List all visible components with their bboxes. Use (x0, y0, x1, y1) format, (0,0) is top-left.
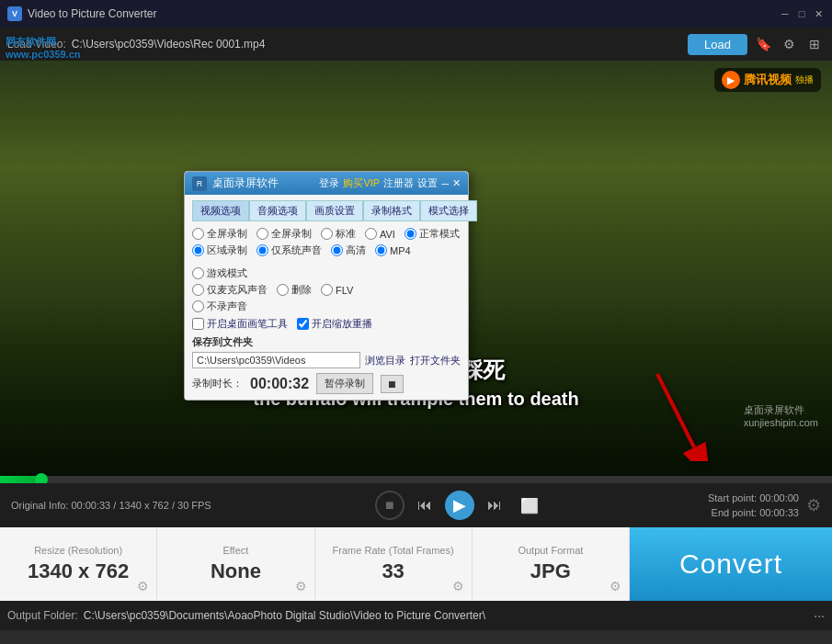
save-section: 保存到文件夹 浏览目录 打开文件夹 (192, 335, 461, 368)
time-info: Start point: 00:00:00 End point: 00:00:3… (708, 491, 799, 521)
load-button[interactable]: Load (688, 34, 747, 55)
save-folder-label: 保存到文件夹 (192, 335, 461, 349)
popup-register[interactable]: 注册器 (383, 176, 414, 190)
outputformat-label: Output Format (518, 545, 583, 556)
save-row: 浏览目录 打开文件夹 (192, 352, 461, 368)
effect-gear-icon[interactable]: ⚙ (295, 579, 307, 593)
radio-mic[interactable]: 仅麦克风声音 (192, 283, 268, 297)
settings-icon[interactable]: ⚙ (806, 495, 821, 515)
play-button[interactable]: ▶ (445, 491, 474, 520)
popup-close[interactable]: ✕ (452, 177, 461, 189)
outputformat-gear-icon[interactable]: ⚙ (610, 579, 621, 593)
radio-row-1: 全屏录制 全屏录制 标准 AVI 正常模式 (192, 227, 461, 241)
radio-fullscreen[interactable]: 全屏录制 (192, 227, 247, 241)
time-label: 录制时长： (192, 377, 243, 390)
effect-label: Effect (222, 545, 248, 556)
watermark-br: 桌面录屏软件 xunjieshipin.com (744, 403, 818, 428)
outputformat-section: Output Format JPG ⚙ (473, 527, 630, 601)
load-bar: Load Video: C:\Users\pc0359\Videos\Rec 0… (0, 28, 832, 61)
resize-label: Resize (Resolution) (34, 545, 122, 556)
output-bar: Output Folder: C:\Users\pc0359\Documents… (0, 601, 832, 630)
open-folder-link[interactable]: 打开文件夹 (410, 354, 461, 367)
next-button[interactable]: ⏭ (480, 491, 509, 520)
radio-standard[interactable]: 标准 (321, 227, 356, 241)
maximize-button[interactable]: □ (795, 7, 808, 20)
start-point: Start point: 00:00:00 (708, 491, 799, 506)
popup-body: 视频选项 音频选项 画质设置 录制格式 模式选择 全屏录制 全屏录制 标准 AV (185, 195, 468, 400)
orig-info: Original Info: 00:00:33 / 1340 x 762 / 3… (11, 500, 211, 511)
tencent-icon: ▶ (722, 71, 740, 89)
minimize-button[interactable]: ─ (779, 7, 792, 20)
svg-line-1 (657, 374, 694, 447)
stop-button[interactable]: ■ (375, 491, 405, 520)
tab-quality[interactable]: 画质设置 (306, 200, 363, 221)
checkbox-row: 开启桌面画笔工具 开启缩放重播 (192, 317, 461, 331)
tab-format[interactable]: 录制格式 (363, 200, 420, 221)
radio-mp4[interactable]: MP4 (375, 243, 411, 257)
window-controls: ─ □ ✕ (779, 7, 825, 20)
screenshot-button[interactable]: ⬜ (515, 491, 544, 520)
seek-bar-handle[interactable] (35, 473, 48, 483)
video-area: ▶ 腾讯视频 独播 R 桌面录屏软件 登录 购买VIP 注册器 设置 ─ ✕ 视… (0, 61, 832, 483)
popup-title-bar: R 桌面录屏软件 登录 购买VIP 注册器 设置 ─ ✕ (185, 172, 468, 195)
resize-gear-icon[interactable]: ⚙ (137, 579, 149, 593)
app-title: Video to Picture Converter (28, 7, 157, 20)
popup-app-icon: R (192, 176, 207, 191)
popup-vip[interactable]: 购买VIP (343, 176, 380, 190)
pause-button[interactable]: 暂停录制 (316, 373, 373, 394)
stop-record-button[interactable]: ⏹ (381, 375, 404, 393)
tencent-sub: 独播 (795, 73, 814, 86)
ctrl-btns: ■ ⏮ ▶ ⏭ ⬜ (375, 491, 544, 520)
radio-game-mode[interactable]: 游戏模式 (192, 266, 247, 280)
checkbox-zoom[interactable]: 开启缩放重播 (297, 317, 372, 331)
grid-icon-button[interactable]: ⊞ (804, 34, 825, 54)
resize-value: 1340 x 762 (28, 559, 129, 583)
controls-bar: Original Info: 00:00:33 / 1340 x 762 / 3… (0, 483, 832, 527)
save-path-input[interactable] (192, 352, 360, 368)
browse-folder-link[interactable]: 浏览目录 (365, 354, 405, 367)
time-value: 00:00:32 (250, 376, 309, 392)
popup-login[interactable]: 登录 (319, 176, 339, 190)
radio-system-sound[interactable]: 仅系统声音 (256, 243, 322, 257)
close-button[interactable]: ✕ (812, 7, 825, 20)
output-folder-button[interactable]: ··· (814, 608, 825, 623)
radio-flv[interactable]: FLV (321, 283, 353, 297)
radio-normal-mode[interactable]: 正常模式 (405, 227, 460, 241)
outputformat-value: JPG (530, 559, 571, 583)
seek-bar[interactable] (0, 476, 832, 483)
popup-minimize[interactable]: ─ (441, 178, 449, 189)
watermark-top: 网友软件网 www.pc0359.cn (6, 35, 81, 62)
output-folder-label: Output Folder: (7, 609, 78, 622)
framerate-gear-icon[interactable]: ⚙ (452, 579, 464, 593)
framerate-value: 33 (382, 559, 404, 583)
output-folder-path: C:\Users\pc0359\Documents\AoaoPhoto Digi… (84, 609, 809, 622)
checkbox-brush[interactable]: 开启桌面画笔工具 (192, 317, 288, 331)
red-arrow (639, 369, 712, 465)
tab-audio-options[interactable]: 音频选项 (249, 200, 306, 221)
framerate-section: Frame Rate (Total Frames) 33 ⚙ (315, 527, 473, 601)
radio-avi[interactable]: AVI (365, 227, 395, 241)
tab-mode[interactable]: 模式选择 (420, 200, 477, 221)
prev-button[interactable]: ⏮ (410, 491, 439, 520)
options-icon-button[interactable]: ⚙ (779, 34, 799, 54)
convert-button[interactable]: Convert (630, 527, 832, 601)
effect-value: None (211, 559, 261, 583)
popup-tabs: 视频选项 音频选项 画质设置 录制格式 模式选择 (192, 200, 461, 221)
app-icon: V (7, 6, 22, 21)
effect-section: Effect None ⚙ (157, 527, 314, 601)
radio-fullscreen2[interactable]: 全屏录制 (256, 227, 312, 241)
file-path: C:\Users\pc0359\Videos\Rec 0001.mp4 (72, 38, 682, 51)
radio-high[interactable]: 高清 (331, 243, 366, 257)
params-bar: Resize (Resolution) 1340 x 762 ⚙ Effect … (0, 527, 832, 601)
radio-delete[interactable]: 删除 (277, 283, 312, 297)
tab-video-options[interactable]: 视频选项 (192, 200, 249, 221)
popup-title-text: 桌面录屏软件 (212, 175, 279, 191)
radio-row-2: 区域录制 仅系统声音 高清 MP4 游戏模式 (192, 243, 461, 280)
radio-row-3: 仅麦克风声音 删除 FLV (192, 283, 461, 297)
popup-settings[interactable]: 设置 (417, 176, 438, 190)
radio-no-sound[interactable]: 不录声音 (192, 299, 247, 313)
bookmark-icon-button[interactable]: 🔖 (753, 34, 773, 54)
radio-region[interactable]: 区域录制 (192, 243, 247, 257)
resize-section: Resize (Resolution) 1340 x 762 ⚙ (0, 527, 157, 601)
title-bar: V Video to Picture Converter ─ □ ✕ (0, 0, 832, 28)
